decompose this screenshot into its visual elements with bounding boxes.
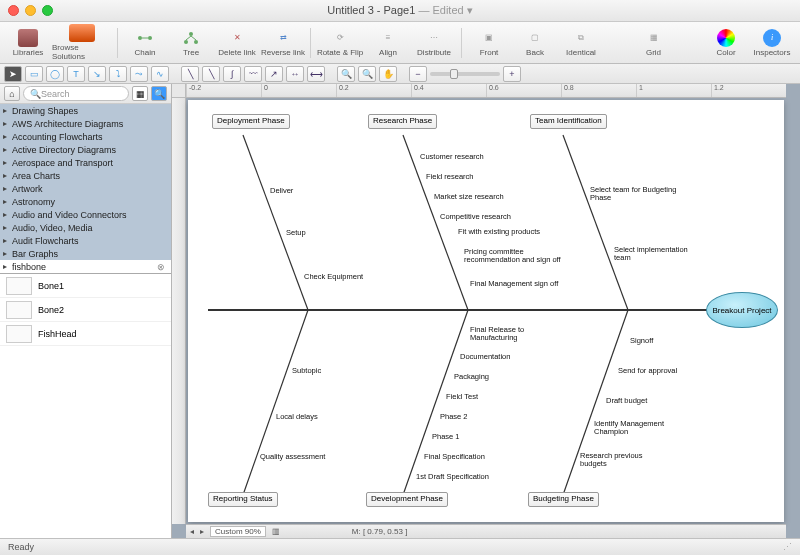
zoom-in-tool[interactable]: 🔍	[337, 66, 355, 82]
view-toggle-icon[interactable]: ▥	[272, 527, 280, 536]
category-box[interactable]: Team Identification	[530, 114, 607, 129]
reverse-link-button[interactable]: ⇄Reverse link	[261, 23, 305, 63]
double-arrow-tool[interactable]: ↔	[286, 66, 304, 82]
library-item[interactable]: fishbone	[0, 260, 171, 273]
line-tool[interactable]: ╲	[181, 66, 199, 82]
library-item[interactable]: Audit Flowcharts	[0, 234, 171, 247]
rect-tool[interactable]: ▭	[25, 66, 43, 82]
zoom-slider-minus[interactable]: −	[409, 66, 427, 82]
pan-tool[interactable]: ✋	[379, 66, 397, 82]
library-item[interactable]: Accounting Flowcharts	[0, 130, 171, 143]
library-item[interactable]: Drawing Shapes	[0, 104, 171, 117]
bone-item[interactable]: Send for approval	[618, 366, 677, 375]
library-item[interactable]: Audio, Video, Media	[0, 221, 171, 234]
library-item[interactable]: Aerospace and Transport	[0, 156, 171, 169]
arc-connector-tool[interactable]: ⤵	[109, 66, 127, 82]
align-button[interactable]: ≡Align	[366, 23, 410, 63]
pointer-tool[interactable]: ➤	[4, 66, 22, 82]
bone-item[interactable]: Fit with existing products	[458, 228, 548, 236]
bone-item[interactable]: Documentation	[460, 352, 510, 361]
bone-item[interactable]: Customer research	[420, 152, 484, 161]
bone-item[interactable]: Field Test	[446, 392, 478, 401]
ellipse-tool[interactable]: ◯	[46, 66, 64, 82]
bone-item[interactable]: Deliver	[270, 186, 293, 195]
bone-item[interactable]: Market size research	[434, 192, 504, 201]
tree-button[interactable]: Tree	[169, 23, 213, 63]
fish-head[interactable]: Breakout Project	[706, 292, 778, 328]
shape-list[interactable]: Bone1Bone2FishHead	[0, 274, 171, 538]
zoom-slider-plus[interactable]: +	[503, 66, 521, 82]
rotate-flip-button[interactable]: ⟳Rotate & Flip	[316, 23, 364, 63]
bone-item[interactable]: Packaging	[454, 372, 489, 381]
library-list[interactable]: Drawing ShapesAWS Architecture DiagramsA…	[0, 104, 171, 274]
chain-button[interactable]: Chain	[123, 23, 167, 63]
canvas-page[interactable]: Breakout Project Deployment Phase Resear…	[188, 100, 784, 522]
category-box[interactable]: Research Phase	[368, 114, 437, 129]
library-item[interactable]: AWS Architecture Diagrams	[0, 117, 171, 130]
delete-link-button[interactable]: ✕Delete link	[215, 23, 259, 63]
library-item[interactable]: Artwork	[0, 182, 171, 195]
arrow-tool[interactable]: ↗	[265, 66, 283, 82]
bone-item[interactable]: Quality assessment	[260, 452, 325, 461]
front-button[interactable]: ▣Front	[467, 23, 511, 63]
sidebar-search-icon[interactable]: 🔍	[151, 86, 167, 101]
bone-item[interactable]: Research previous budgets	[580, 452, 670, 468]
bone-item[interactable]: Local delays	[276, 412, 318, 421]
bone-item[interactable]: Setup	[286, 228, 306, 237]
bone-item[interactable]: Draft budget	[606, 396, 647, 405]
bone-item[interactable]: Competitive research	[440, 212, 511, 221]
bone-item[interactable]: Check Equipment	[304, 272, 363, 281]
distribute-button[interactable]: ⋯Distribute	[412, 23, 456, 63]
search-input[interactable]: 🔍 Search	[23, 86, 129, 101]
sidebar-home-icon[interactable]: ⌂	[4, 86, 20, 101]
category-box[interactable]: Development Phase	[366, 492, 448, 507]
zoom-out-tool[interactable]: 🔍	[358, 66, 376, 82]
back-button[interactable]: ▢Back	[513, 23, 557, 63]
bezier-tool[interactable]: ∫	[223, 66, 241, 82]
sidebar-view-grid-icon[interactable]: ▦	[132, 86, 148, 101]
bone-item[interactable]: Pricing committee recommendation and sig…	[464, 248, 574, 264]
spline-tool[interactable]: ∿	[151, 66, 169, 82]
bone-item[interactable]: Signoff	[630, 336, 653, 345]
text-tool[interactable]: T	[67, 66, 85, 82]
library-item[interactable]: Astronomy	[0, 195, 171, 208]
bone-item[interactable]: Select implementation team	[614, 246, 704, 262]
browse-solutions-button[interactable]: Browse Solutions	[52, 23, 112, 63]
category-box[interactable]: Deployment Phase	[212, 114, 290, 129]
bone-item[interactable]: Phase 2	[440, 412, 468, 421]
library-item[interactable]: Audio and Video Connectors	[0, 208, 171, 221]
shape-item[interactable]: Bone1	[0, 274, 171, 298]
bone-item[interactable]: Phase 1	[432, 432, 460, 441]
library-item[interactable]: Active Directory Diagrams	[0, 143, 171, 156]
category-box[interactable]: Reporting Status	[208, 492, 278, 507]
bone-item[interactable]: Subtopic	[292, 366, 321, 375]
connector-tool[interactable]: ↘	[88, 66, 106, 82]
shape-thumb-icon	[6, 277, 32, 295]
bone-item[interactable]: Final Management sign off	[470, 280, 560, 288]
bone-item[interactable]: Field research	[426, 172, 474, 181]
grid-button[interactable]: ▦Grid	[632, 23, 676, 63]
bone-item[interactable]: 1st Draft Specification	[416, 472, 489, 481]
polyline-tool[interactable]: ╲	[202, 66, 220, 82]
bone-item[interactable]: Final Specification	[424, 452, 485, 461]
inspectors-button[interactable]: iInspectors	[750, 23, 794, 63]
zoom-mode[interactable]: Custom 90%	[210, 526, 266, 537]
bone-item[interactable]: Identify Management Champion	[594, 420, 684, 436]
dim-tool[interactable]: ⟷	[307, 66, 325, 82]
library-item[interactable]: Bar Graphs	[0, 247, 171, 260]
freehand-tool[interactable]: 〰	[244, 66, 262, 82]
shape-item[interactable]: FishHead	[0, 322, 171, 346]
smart-connector-tool[interactable]: ⤳	[130, 66, 148, 82]
identical-button[interactable]: ⧉Identical	[559, 23, 603, 63]
zoom-slider[interactable]	[430, 72, 500, 76]
bone-item[interactable]: Final Release to Manufacturing	[470, 326, 560, 342]
scroll-right-icon[interactable]: ▸	[200, 527, 204, 536]
resize-grip-icon[interactable]: ⋰	[783, 542, 792, 552]
scroll-left-icon[interactable]: ◂	[190, 527, 194, 536]
color-button[interactable]: Color	[704, 23, 748, 63]
shape-item[interactable]: Bone2	[0, 298, 171, 322]
bone-item[interactable]: Select team for Budgeting Phase	[590, 186, 680, 202]
category-box[interactable]: Budgeting Phase	[528, 492, 599, 507]
library-item[interactable]: Area Charts	[0, 169, 171, 182]
libraries-button[interactable]: Libraries	[6, 23, 50, 63]
